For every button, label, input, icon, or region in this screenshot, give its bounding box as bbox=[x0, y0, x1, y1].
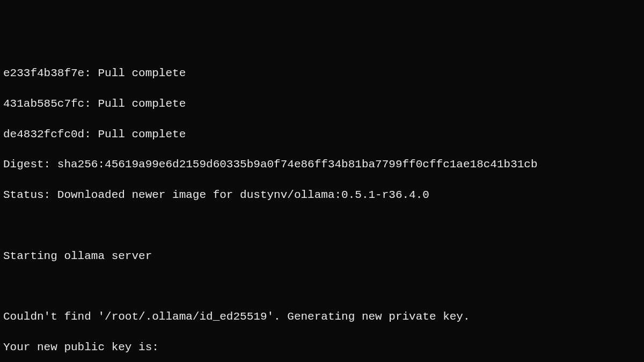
blank-line bbox=[3, 218, 641, 233]
public-key-label: Your new public key is: bbox=[3, 340, 641, 355]
pull-complete-line: de4832fcfc0d: Pull complete bbox=[3, 127, 641, 142]
pull-complete-line: e233f4b38f7e: Pull complete bbox=[3, 66, 641, 81]
starting-server-line: Starting ollama server bbox=[3, 249, 641, 264]
pull-complete-line: 431ab585c7fc: Pull complete bbox=[3, 97, 641, 112]
status-line: Status: Downloaded newer image for dusty… bbox=[3, 188, 641, 203]
key-notfound-line: Couldn't find '/root/.ollama/id_ed25519'… bbox=[3, 309, 641, 324]
blank-line bbox=[3, 279, 641, 294]
digest-line: Digest: sha256:45619a99e6d2159d60335b9a0… bbox=[3, 157, 641, 172]
